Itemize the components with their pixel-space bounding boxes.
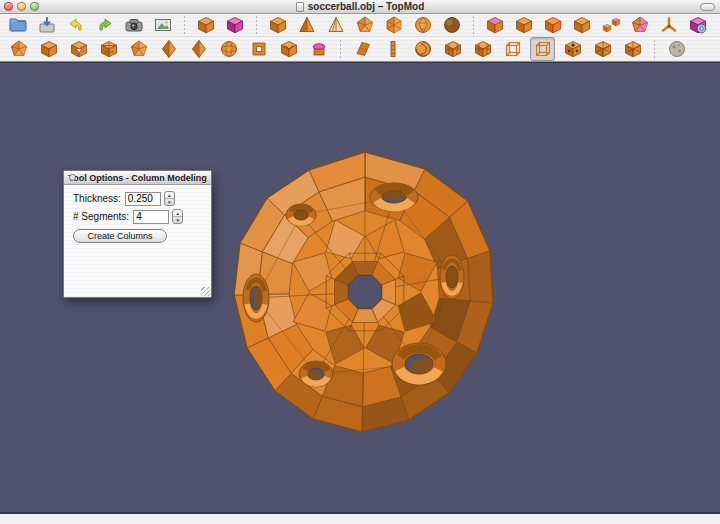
slanted-plane-icon: [353, 39, 373, 59]
cube-orange-icon-button[interactable]: [194, 14, 218, 36]
create-columns-button[interactable]: Create Columns: [73, 229, 167, 243]
dual-cubes-icon: [601, 15, 621, 35]
app-window: soccerball.obj – TopMod: [0, 0, 720, 524]
icosahedron-icon: [384, 15, 404, 35]
high-genus-sphere-icon-button[interactable]: [440, 14, 464, 36]
tetrahedron-wire-icon: [326, 15, 346, 35]
pink-capped-solid-icon: [309, 39, 329, 59]
toolbar-separator: [256, 16, 257, 34]
dual-cubes-icon-button[interactable]: [599, 14, 623, 36]
wireframe-sphere-icon-button[interactable]: [216, 37, 241, 61]
soccerball-mesh[interactable]: [212, 141, 508, 441]
tetrahedron-wire-icon-button[interactable]: [324, 14, 348, 36]
column-modeling-icon-button[interactable]: [530, 37, 555, 61]
save-file-icon: [37, 15, 57, 35]
screenshot-camera-icon: [124, 15, 144, 35]
cube-light-icon: [514, 15, 534, 35]
toolbar-separator: [340, 40, 341, 58]
pentagonal-prism-icon-button[interactable]: [126, 37, 151, 61]
crosshatch-cube-icon-button[interactable]: [590, 37, 615, 61]
pink-dodecahedron-icon: [630, 15, 650, 35]
wireframe-cube-icon: [503, 39, 523, 59]
segments-stepper[interactable]: ▴▾: [172, 209, 183, 224]
segmented-cube-icon-button[interactable]: [440, 37, 465, 61]
moon-sphere-icon-button[interactable]: [664, 37, 689, 61]
save-file-icon-button[interactable]: [35, 14, 59, 36]
three-axis-icon-button[interactable]: [657, 14, 681, 36]
icosahedron-icon-button[interactable]: [382, 14, 406, 36]
minimize-button[interactable]: [17, 2, 26, 11]
cube-solid-icon: [39, 39, 59, 59]
octahedron-small-icon-button[interactable]: [186, 37, 211, 61]
three-axis-icon: [659, 15, 679, 35]
column-primitive-icon-button[interactable]: [380, 37, 405, 61]
open-file-icon: [8, 15, 28, 35]
geodesic-sphere-icon-button[interactable]: [411, 14, 435, 36]
tool-options-titlebar[interactable]: Tool Options - Column Modeling: [64, 171, 211, 185]
square-ring-icon-button[interactable]: [246, 37, 271, 61]
zoom-button[interactable]: [30, 2, 39, 11]
star-solid-icon-button[interactable]: [96, 37, 121, 61]
close-button[interactable]: [4, 2, 13, 11]
redo-icon-button[interactable]: [93, 14, 117, 36]
toolbar-separator: [473, 16, 474, 34]
octahedron-small-icon: [189, 39, 209, 59]
window-title: soccerball.obj – TopMod: [296, 1, 425, 12]
pentagonal-solid-icon-button[interactable]: [6, 37, 31, 61]
status-bar: [0, 512, 720, 524]
undo-icon-button[interactable]: [64, 14, 88, 36]
open-file-icon-button[interactable]: [6, 14, 30, 36]
thickness-input[interactable]: [125, 192, 161, 206]
wireframe-cube-icon-button[interactable]: [500, 37, 525, 61]
pink-capped-solid-icon-button[interactable]: [306, 37, 331, 61]
panel-title: Tool Options - Column Modeling: [68, 173, 206, 183]
traffic-lights: [4, 2, 39, 11]
panel-resize-grip[interactable]: [201, 287, 210, 296]
cube-solid-icon-button[interactable]: [36, 37, 61, 61]
crosshatch-cube-2-icon-button[interactable]: [620, 37, 645, 61]
cube-red-edge-icon-button[interactable]: [541, 14, 565, 36]
redo-icon: [95, 15, 115, 35]
notched-solid-icon-button[interactable]: [66, 37, 91, 61]
pentagonal-prism-icon: [129, 39, 149, 59]
pink-dodecahedron-icon-button[interactable]: [628, 14, 652, 36]
cube-primitive-icon-button[interactable]: [266, 14, 290, 36]
viewport-image-icon-button[interactable]: [151, 14, 175, 36]
spiral-shell-icon-button[interactable]: [410, 37, 435, 61]
toolbar-row-2: [0, 37, 720, 62]
high-genus-sphere-icon: [442, 15, 462, 35]
segmented-cube-2-icon-button[interactable]: [470, 37, 495, 61]
pentagonal-solid-icon: [9, 39, 29, 59]
panel-close-button[interactable]: [69, 174, 76, 181]
toolbar-separator: [654, 40, 655, 58]
viewport-image-icon: [153, 15, 173, 35]
cube-orange-icon: [196, 15, 216, 35]
octahedron-icon-button[interactable]: [156, 37, 181, 61]
dodecahedron-icon-button[interactable]: [353, 14, 377, 36]
slanted-plane-icon-button[interactable]: [350, 37, 375, 61]
tetrahedron-icon-button[interactable]: [295, 14, 319, 36]
cube-shaded-icon-button[interactable]: [570, 14, 594, 36]
cube-shaded-icon: [572, 15, 592, 35]
segments-input[interactable]: [133, 210, 169, 224]
cube-red-edge-icon: [543, 15, 563, 35]
thickness-stepper[interactable]: ▴▾: [164, 191, 175, 206]
thickness-label: Thickness:: [73, 193, 121, 204]
tool-options-body: Thickness: ▴▾ # Segments: ▴▾ Create Colu…: [64, 185, 211, 297]
cube-pink-face-icon-button[interactable]: [483, 14, 507, 36]
window-titlebar: soccerball.obj – TopMod: [0, 0, 720, 14]
star-solid-icon: [99, 39, 119, 59]
perforated-cube-icon-button[interactable]: [560, 37, 585, 61]
viewport-3d[interactable]: Tool Options - Column Modeling Thickness…: [0, 62, 720, 512]
cube-light-icon-button[interactable]: [512, 14, 536, 36]
screenshot-camera-icon-button[interactable]: [122, 14, 146, 36]
segmented-cube-2-icon: [473, 39, 493, 59]
cube-pink-icon-button[interactable]: [223, 14, 247, 36]
crosshatch-cube-2-icon: [623, 39, 643, 59]
toolbar-toggle-pill[interactable]: [700, 3, 715, 11]
soccerball-model[interactable]: [212, 141, 508, 441]
crosshatch-cube-icon: [593, 39, 613, 59]
spiral-shell-icon: [413, 39, 433, 59]
cube-concave-icon-button[interactable]: [276, 37, 301, 61]
cube-gear-icon-button[interactable]: [686, 14, 710, 36]
